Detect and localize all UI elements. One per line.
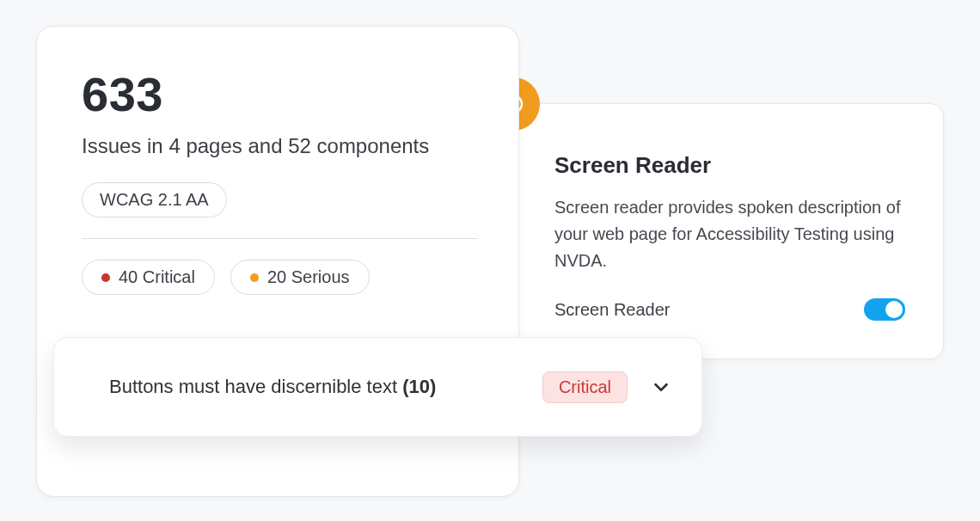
issue-title: Buttons must have discernible text (10) bbox=[109, 376, 542, 398]
screen-reader-toggle[interactable] bbox=[864, 298, 905, 321]
screen-reader-toggle-row: Screen Reader bbox=[554, 298, 905, 321]
severity-label: 20 Serious bbox=[267, 267, 350, 287]
severity-badge: Critical bbox=[542, 371, 628, 403]
compliance-tag[interactable]: WCAG 2.1 AA bbox=[82, 182, 227, 218]
compliance-tag-row: WCAG 2.1 AA bbox=[82, 182, 474, 218]
severity-label: 40 Critical bbox=[119, 267, 195, 287]
severity-serious-pill[interactable]: 20 Serious bbox=[230, 260, 370, 295]
dot-icon bbox=[250, 273, 259, 282]
dot-icon bbox=[101, 273, 110, 282]
divider bbox=[82, 238, 477, 239]
toggle-knob bbox=[885, 301, 903, 318]
severity-critical-pill[interactable]: 40 Critical bbox=[82, 260, 215, 295]
screen-reader-card: Screen Reader Screen reader provides spo… bbox=[512, 103, 944, 359]
issues-description: Issues in 4 pages and 52 components bbox=[82, 134, 474, 158]
issue-title-text: Buttons must have discernible text bbox=[109, 376, 402, 397]
severity-row: 40 Critical 20 Serious bbox=[82, 260, 474, 295]
chevron-down-icon[interactable] bbox=[652, 377, 671, 396]
issue-count: (10) bbox=[402, 376, 436, 397]
issue-row[interactable]: Buttons must have discernible text (10) … bbox=[53, 337, 702, 437]
screen-reader-title: Screen Reader bbox=[554, 152, 905, 179]
issues-total-count: 633 bbox=[82, 66, 474, 122]
toggle-label: Screen Reader bbox=[554, 300, 671, 320]
screen-reader-description: Screen reader provides spoken descriptio… bbox=[554, 194, 905, 274]
